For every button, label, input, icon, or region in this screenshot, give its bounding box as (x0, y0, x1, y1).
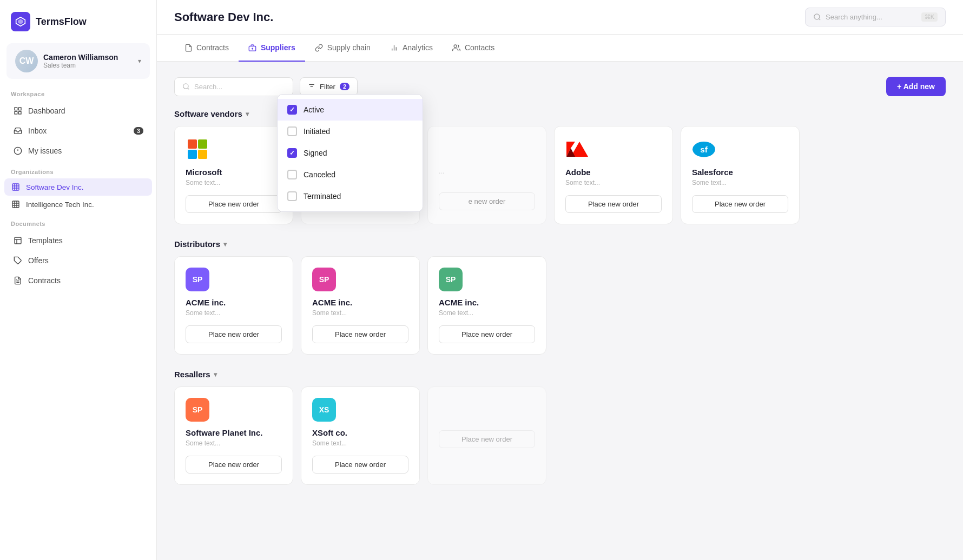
adobe-logo (565, 137, 589, 161)
page-title: Software Dev Inc. (174, 10, 273, 24)
place-order-button[interactable]: e new order (439, 192, 535, 210)
chevron-down-icon: ▾ (138, 57, 141, 65)
svg-rect-2 (15, 108, 17, 110)
search-icon (182, 83, 190, 90)
tab-contracts[interactable]: Contracts (174, 35, 239, 62)
card-name: Salesforce (692, 168, 788, 177)
sidebar-item-contracts[interactable]: Contracts (4, 271, 152, 290)
checkbox-initiated[interactable] (287, 126, 297, 136)
distributors-cards: SP ACME inc. Some text... Place new orde… (174, 256, 946, 355)
card-acme2: SP ACME inc. Some text... Place new orde… (301, 256, 420, 355)
checkbox-terminated[interactable] (287, 191, 297, 201)
tab-supply-chain[interactable]: Supply chain (305, 35, 380, 62)
section-distributors: Distributors ▾ SP ACME inc. Some text...… (174, 239, 946, 355)
card-vendor3: ... e new order (427, 126, 546, 224)
place-order-button[interactable]: Place new order (186, 456, 282, 474)
svg-rect-19 (15, 237, 21, 244)
checkbox-active[interactable] (287, 105, 297, 115)
place-order-button[interactable]: Place new order (186, 325, 282, 343)
filter-option-terminated[interactable]: Terminated (278, 185, 423, 207)
link-icon (315, 43, 324, 52)
section-title: Software vendors (174, 109, 242, 118)
card-desc: Some text... (692, 179, 788, 186)
tab-bar: Contracts Suppliers Supply chain Analyti… (157, 35, 963, 62)
add-new-label: + Add new (897, 82, 935, 91)
acme1-logo: SP (186, 268, 209, 291)
card-desc: Some text... (312, 439, 408, 447)
card-name: Adobe (565, 168, 662, 177)
sidebar-item-dashboard[interactable]: Dashboard (4, 101, 152, 121)
user-profile[interactable]: CW Cameron Williamson Sales team ▾ (6, 43, 150, 79)
tab-contacts[interactable]: Contacts (443, 35, 504, 62)
filter-option-label: Terminated (304, 192, 341, 201)
filter-option-label: Canceled (304, 170, 335, 179)
alert-circle-icon (13, 146, 23, 156)
place-order-button[interactable]: Place new order (692, 195, 788, 213)
svg-point-33 (454, 44, 457, 47)
add-new-button[interactable]: + Add new (886, 77, 946, 96)
sidebar-item-label: Inbox (28, 126, 47, 135)
sidebar-item-intelligence-tech[interactable]: Intelligence Tech Inc. (4, 196, 152, 213)
org-label: Intelligence Tech Inc. (26, 201, 94, 209)
place-order-button[interactable]: Place new order (439, 430, 535, 448)
card-name: ACME inc. (312, 298, 408, 307)
sidebar-item-my-issues[interactable]: My issues (4, 141, 152, 161)
svg-rect-9 (12, 184, 19, 190)
search-shortcut: ⌘K (921, 12, 938, 22)
filter-option-canceled[interactable]: Canceled (278, 164, 423, 185)
chevron-down-icon: ▾ (223, 241, 227, 248)
card-software-planet: SP Software Planet Inc. Some text... Pla… (174, 386, 293, 485)
logo[interactable]: TermsFlow (0, 0, 156, 43)
card-microsoft: Microsoft Some text... Place new order (174, 126, 293, 224)
sidebar-item-offers[interactable]: Offers (4, 251, 152, 270)
checkbox-signed[interactable] (287, 148, 297, 158)
tab-analytics[interactable]: Analytics (380, 35, 443, 62)
filter-option-label: Signed (304, 149, 327, 157)
card-name: Software Planet Inc. (186, 428, 282, 437)
sidebar-item-templates[interactable]: Templates (4, 231, 152, 250)
search-placeholder: Search anything... (826, 13, 917, 21)
software-planet-logo: SP (186, 398, 209, 422)
card-salesforce: sf Salesforce Some text... Place new ord… (681, 126, 800, 224)
header: Software Dev Inc. Search anything... ⌘K (157, 0, 963, 35)
supplier-search[interactable]: Search... (174, 77, 293, 96)
filter-option-active[interactable]: Active (278, 99, 423, 121)
svg-marker-1 (18, 19, 23, 24)
user-role: Sales team (43, 62, 133, 69)
card-xsoft: XS XSoft co. Some text... Place new orde… (301, 386, 420, 485)
card-name: ACME inc. (186, 298, 282, 307)
section-title: Resallers (174, 370, 210, 379)
place-order-button[interactable]: Place new order (439, 325, 535, 343)
sidebar-item-software-dev[interactable]: Software Dev Inc. (4, 178, 152, 196)
place-order-button[interactable]: Place new order (312, 456, 408, 474)
sidebar-item-label: Dashboard (28, 106, 65, 115)
checkbox-canceled[interactable] (287, 170, 297, 179)
acme2-logo: SP (312, 268, 336, 291)
card-name: ACME inc. (439, 298, 535, 307)
place-order-button[interactable]: Place new order (565, 195, 662, 213)
svg-rect-4 (15, 111, 17, 114)
sidebar-item-inbox[interactable]: Inbox 3 (4, 121, 152, 141)
acme3-logo: SP (439, 268, 463, 291)
card-desc: Some text... (439, 309, 535, 317)
suppliers-icon (248, 43, 257, 52)
card-resaller3: Place new order (427, 386, 546, 485)
tab-label: Analytics (403, 43, 433, 52)
user-name: Cameron Williamson (43, 53, 133, 62)
place-order-button[interactable]: Place new order (186, 195, 282, 213)
xsoft-logo: XS (312, 398, 336, 422)
filter-button[interactable]: Filter 2 (300, 77, 358, 96)
place-order-button[interactable]: Place new order (312, 325, 408, 343)
org-label: Software Dev Inc. (26, 183, 84, 191)
grid-icon (13, 106, 23, 116)
filter-option-initiated[interactable]: Initiated (278, 121, 423, 142)
section-header-resallers[interactable]: Resallers ▾ (174, 370, 946, 379)
card-desc: Some text... (312, 309, 408, 317)
filter-option-signed[interactable]: Signed (278, 142, 423, 164)
section-header-distributors[interactable]: Distributors ▾ (174, 239, 946, 249)
card-acme1: SP ACME inc. Some text... Place new orde… (174, 256, 293, 355)
tab-suppliers[interactable]: Suppliers (239, 35, 305, 62)
vendor3-logo (439, 137, 463, 161)
global-search[interactable]: Search anything... ⌘K (805, 8, 946, 26)
svg-line-35 (188, 88, 189, 90)
